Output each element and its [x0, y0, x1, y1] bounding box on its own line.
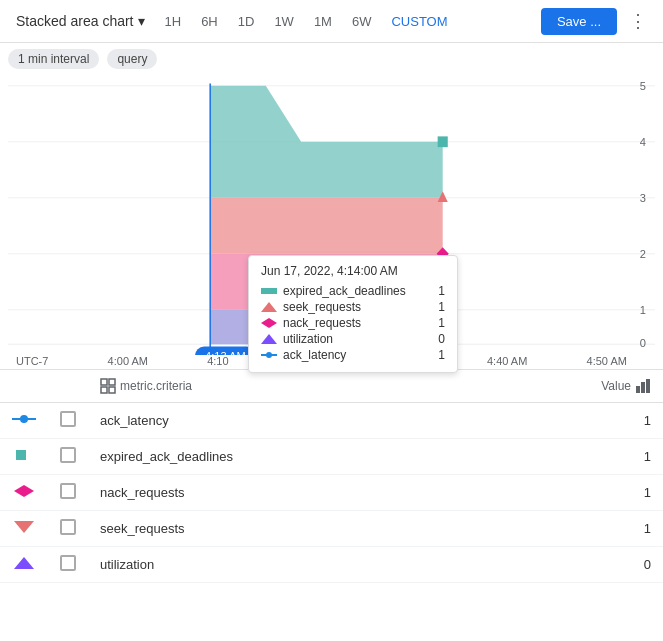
- th-icon: [0, 370, 48, 403]
- tooltip-metric-3: utilization: [283, 332, 333, 346]
- row-checkbox-1[interactable]: [48, 439, 88, 475]
- row-metric-name-1: expired_ack_deadlines: [88, 439, 479, 475]
- tooltip-icon-4: [261, 350, 277, 360]
- svg-marker-15: [210, 198, 443, 254]
- svg-text:5: 5: [640, 80, 646, 92]
- time-btn-1w[interactable]: 1W: [266, 10, 302, 33]
- svg-marker-42: [14, 485, 34, 497]
- svg-marker-27: [261, 302, 277, 312]
- tooltip-metric-0: expired_ack_deadlines: [283, 284, 406, 298]
- tooltip-value-2: 1: [438, 316, 445, 330]
- tooltip-metric-4: ack_latency: [283, 348, 346, 362]
- row-checkbox-0[interactable]: [48, 403, 88, 439]
- row-value-4: 0: [479, 547, 663, 583]
- more-options-button[interactable]: ⋮: [621, 6, 655, 36]
- tooltip-row-1: seek_requests 1: [261, 300, 445, 314]
- row-value-1: 1: [479, 439, 663, 475]
- x-label-440: 4:40 AM: [487, 355, 527, 367]
- chart-tooltip: Jun 17, 2022, 4:14:00 AM expired_ack_dea…: [248, 255, 458, 373]
- tooltip-timestamp: Jun 17, 2022, 4:14:00 AM: [261, 264, 445, 278]
- row-checkbox-3[interactable]: [48, 511, 88, 547]
- time-btn-1m[interactable]: 1M: [306, 10, 340, 33]
- svg-rect-32: [101, 379, 107, 385]
- checkbox-3[interactable]: [60, 519, 76, 535]
- sub-header: 1 min interval query: [0, 43, 663, 75]
- save-button[interactable]: Save ...: [541, 8, 617, 35]
- svg-text:4:13 AM: 4:13 AM: [205, 350, 246, 355]
- tooltip-value-0: 1: [438, 284, 445, 298]
- row-checkbox-2[interactable]: [48, 475, 88, 511]
- th-checkbox: [48, 370, 88, 403]
- svg-marker-28: [261, 318, 277, 328]
- checkbox-4[interactable]: [60, 555, 76, 571]
- tooltip-value-1: 1: [438, 300, 445, 314]
- svg-rect-35: [109, 387, 115, 393]
- svg-text:1: 1: [640, 304, 646, 316]
- time-btn-custom[interactable]: CUSTOM: [383, 10, 455, 33]
- svg-rect-41: [16, 450, 26, 460]
- tooltip-metric-2: nack_requests: [283, 316, 361, 330]
- table-row: nack_requests 1: [0, 475, 663, 511]
- query-pill[interactable]: query: [107, 49, 157, 69]
- svg-rect-33: [109, 379, 115, 385]
- tooltip-row-2: nack_requests 1: [261, 316, 445, 330]
- chevron-down-icon: ▾: [138, 13, 145, 29]
- svg-rect-34: [101, 387, 107, 393]
- x-label-400: 4:00 AM: [108, 355, 148, 367]
- time-btn-1d[interactable]: 1D: [230, 10, 263, 33]
- row-legend-icon-4: [0, 547, 48, 583]
- interval-pill[interactable]: 1 min interval: [8, 49, 99, 69]
- th-metric-criteria: metric.criteria: [88, 370, 479, 403]
- row-legend-icon-3: [0, 511, 48, 547]
- svg-marker-43: [14, 521, 34, 533]
- svg-rect-26: [261, 288, 277, 294]
- svg-rect-36: [636, 386, 640, 393]
- svg-text:3: 3: [640, 192, 646, 204]
- chart-title-label: Stacked area chart: [16, 13, 134, 29]
- svg-text:0: 0: [640, 337, 646, 349]
- column-chart-icon: [635, 378, 651, 394]
- row-value-3: 1: [479, 511, 663, 547]
- checkbox-1[interactable]: [60, 447, 76, 463]
- tooltip-value-3: 0: [438, 332, 445, 346]
- table-row: utilization 0: [0, 547, 663, 583]
- row-metric-name-4: utilization: [88, 547, 479, 583]
- svg-marker-44: [14, 557, 34, 569]
- svg-marker-29: [261, 334, 277, 344]
- tooltip-icon-2: [261, 318, 277, 328]
- th-value: Value: [479, 370, 663, 402]
- tooltip-icon-1: [261, 302, 277, 312]
- row-metric-name-3: seek_requests: [88, 511, 479, 547]
- svg-text:2: 2: [640, 248, 646, 260]
- row-value-2: 1: [479, 475, 663, 511]
- metrics-table: metric.criteria Value ack_latency 1: [0, 369, 663, 583]
- table-row: expired_ack_deadlines 1: [0, 439, 663, 475]
- row-legend-icon-1: [0, 439, 48, 475]
- svg-rect-22: [438, 136, 448, 147]
- tooltip-value-4: 1: [438, 348, 445, 362]
- chart-title-dropdown[interactable]: Stacked area chart ▾: [8, 9, 153, 33]
- row-legend-icon-0: [0, 403, 48, 439]
- tooltip-row-4: ack_latency 1: [261, 348, 445, 362]
- svg-rect-37: [641, 382, 645, 393]
- svg-text:4: 4: [640, 136, 647, 148]
- time-btn-6h[interactable]: 6H: [193, 10, 226, 33]
- row-legend-icon-2: [0, 475, 48, 511]
- tooltip-row-3: utilization 0: [261, 332, 445, 346]
- x-label-410: 4:10: [207, 355, 228, 367]
- row-metric-name-0: ack_latency: [88, 403, 479, 439]
- x-label-utc: UTC-7: [16, 355, 48, 367]
- svg-rect-38: [646, 379, 650, 393]
- row-checkbox-4[interactable]: [48, 547, 88, 583]
- svg-point-40: [20, 415, 28, 423]
- svg-point-31: [266, 352, 272, 358]
- time-btn-1h[interactable]: 1H: [157, 10, 190, 33]
- table-row: seek_requests 1: [0, 511, 663, 547]
- time-btn-6w[interactable]: 6W: [344, 10, 380, 33]
- row-value-0: 1: [479, 403, 663, 439]
- tooltip-icon-0: [261, 286, 277, 296]
- tooltip-metric-1: seek_requests: [283, 300, 361, 314]
- checkbox-2[interactable]: [60, 483, 76, 499]
- checkbox-0[interactable]: [60, 411, 76, 427]
- toolbar: Stacked area chart ▾ 1H 6H 1D 1W 1M 6W C…: [0, 0, 663, 43]
